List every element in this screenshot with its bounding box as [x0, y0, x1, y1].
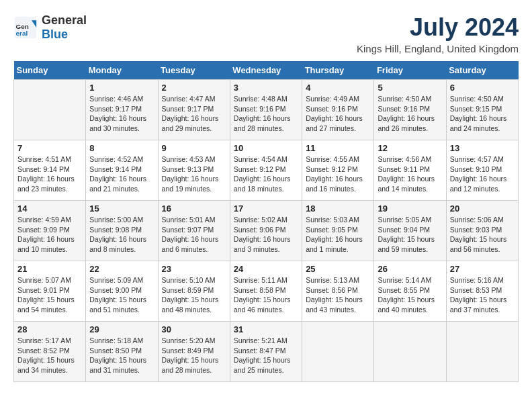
day-info: Sunrise: 4:56 AM Sunset: 9:11 PM Dayligh…	[378, 154, 442, 194]
calendar-cell: 9Sunrise: 4:53 AM Sunset: 9:13 PM Daylig…	[158, 140, 230, 201]
calendar-week-row: 28Sunrise: 5:17 AM Sunset: 8:52 PM Dayli…	[14, 322, 519, 382]
day-info: Sunrise: 5:02 AM Sunset: 9:06 PM Dayligh…	[234, 215, 298, 255]
day-number: 2	[162, 83, 226, 93]
header-thursday: Thursday	[302, 61, 374, 80]
calendar-cell: 1Sunrise: 4:46 AM Sunset: 9:17 PM Daylig…	[86, 80, 158, 140]
logo-blue: Blue	[42, 28, 68, 41]
day-info: Sunrise: 4:59 AM Sunset: 9:09 PM Dayligh…	[17, 215, 82, 255]
day-info: Sunrise: 4:52 AM Sunset: 9:14 PM Dayligh…	[89, 154, 154, 194]
calendar-cell: 12Sunrise: 4:56 AM Sunset: 9:11 PM Dayli…	[374, 140, 446, 201]
day-info: Sunrise: 5:09 AM Sunset: 9:00 PM Dayligh…	[89, 275, 154, 315]
title-block: July 2024 Kings Hill, England, United Ki…	[357, 13, 519, 54]
calendar-cell: 25Sunrise: 5:13 AM Sunset: 8:56 PM Dayli…	[302, 261, 374, 322]
day-info: Sunrise: 5:03 AM Sunset: 9:05 PM Dayligh…	[306, 215, 370, 255]
day-number: 14	[17, 203, 82, 214]
day-number: 7	[17, 143, 82, 153]
logo: Gen eral General Blue	[13, 13, 87, 42]
day-info: Sunrise: 5:00 AM Sunset: 9:08 PM Dayligh…	[89, 215, 154, 255]
day-number: 16	[162, 203, 226, 214]
day-info: Sunrise: 4:51 AM Sunset: 9:14 PM Dayligh…	[17, 154, 82, 194]
calendar-cell: 2Sunrise: 4:47 AM Sunset: 9:17 PM Daylig…	[158, 80, 230, 140]
calendar-cell: 31Sunrise: 5:21 AM Sunset: 8:47 PM Dayli…	[230, 322, 302, 382]
calendar-cell: 18Sunrise: 5:03 AM Sunset: 9:05 PM Dayli…	[302, 201, 374, 261]
day-number: 3	[234, 83, 298, 93]
day-info: Sunrise: 4:50 AM Sunset: 9:16 PM Dayligh…	[378, 94, 442, 134]
day-number: 25	[306, 264, 370, 274]
logo-general: General	[42, 13, 87, 27]
calendar-cell: 7Sunrise: 4:51 AM Sunset: 9:14 PM Daylig…	[14, 140, 86, 201]
day-number: 11	[306, 143, 370, 153]
day-info: Sunrise: 5:21 AM Sunset: 8:47 PM Dayligh…	[234, 336, 298, 375]
day-number: 10	[234, 143, 298, 153]
day-info: Sunrise: 4:54 AM Sunset: 9:12 PM Dayligh…	[234, 154, 298, 194]
svg-text:eral: eral	[16, 30, 28, 37]
calendar-cell	[14, 80, 86, 140]
day-number: 31	[234, 324, 298, 334]
calendar-cell: 22Sunrise: 5:09 AM Sunset: 9:00 PM Dayli…	[86, 261, 158, 322]
header-monday: Monday	[86, 61, 158, 80]
day-info: Sunrise: 5:06 AM Sunset: 9:03 PM Dayligh…	[450, 215, 515, 255]
day-info: Sunrise: 4:55 AM Sunset: 9:12 PM Dayligh…	[306, 154, 370, 194]
day-number: 26	[378, 264, 442, 274]
logo-text: General Blue	[42, 13, 87, 42]
calendar-cell	[302, 322, 374, 382]
day-info: Sunrise: 4:53 AM Sunset: 9:13 PM Dayligh…	[162, 154, 226, 194]
day-info: Sunrise: 5:13 AM Sunset: 8:56 PM Dayligh…	[306, 275, 370, 315]
day-info: Sunrise: 5:16 AM Sunset: 8:53 PM Dayligh…	[450, 275, 515, 315]
calendar-cell: 10Sunrise: 4:54 AM Sunset: 9:12 PM Dayli…	[230, 140, 302, 201]
calendar-cell: 21Sunrise: 5:07 AM Sunset: 9:01 PM Dayli…	[14, 261, 86, 322]
day-info: Sunrise: 5:10 AM Sunset: 8:59 PM Dayligh…	[162, 275, 226, 315]
day-info: Sunrise: 4:47 AM Sunset: 9:17 PM Dayligh…	[162, 94, 226, 134]
logo-icon: Gen eral	[13, 15, 38, 40]
calendar-cell: 17Sunrise: 5:02 AM Sunset: 9:06 PM Dayli…	[230, 201, 302, 261]
calendar-cell: 30Sunrise: 5:20 AM Sunset: 8:49 PM Dayli…	[158, 322, 230, 382]
day-info: Sunrise: 4:46 AM Sunset: 9:17 PM Dayligh…	[89, 94, 154, 134]
day-number: 15	[89, 203, 154, 214]
day-number: 1	[89, 83, 154, 93]
day-info: Sunrise: 5:17 AM Sunset: 8:52 PM Dayligh…	[17, 336, 82, 375]
day-info: Sunrise: 5:07 AM Sunset: 9:01 PM Dayligh…	[17, 275, 82, 315]
calendar-cell: 28Sunrise: 5:17 AM Sunset: 8:52 PM Dayli…	[14, 322, 86, 382]
calendar-cell: 11Sunrise: 4:55 AM Sunset: 9:12 PM Dayli…	[302, 140, 374, 201]
day-number: 12	[378, 143, 442, 153]
day-number: 29	[89, 324, 154, 334]
header-friday: Friday	[374, 61, 446, 80]
calendar-cell: 14Sunrise: 4:59 AM Sunset: 9:09 PM Dayli…	[14, 201, 86, 261]
calendar-week-row: 21Sunrise: 5:07 AM Sunset: 9:01 PM Dayli…	[14, 261, 519, 322]
calendar-cell: 5Sunrise: 4:50 AM Sunset: 9:16 PM Daylig…	[374, 80, 446, 140]
day-number: 19	[378, 203, 442, 214]
calendar-cell: 16Sunrise: 5:01 AM Sunset: 9:07 PM Dayli…	[158, 201, 230, 261]
day-number: 13	[450, 143, 515, 153]
calendar-cell: 3Sunrise: 4:48 AM Sunset: 9:16 PM Daylig…	[230, 80, 302, 140]
day-number: 21	[17, 264, 82, 274]
header-saturday: Saturday	[446, 61, 518, 80]
day-info: Sunrise: 5:11 AM Sunset: 8:58 PM Dayligh…	[234, 275, 298, 315]
calendar-cell: 8Sunrise: 4:52 AM Sunset: 9:14 PM Daylig…	[86, 140, 158, 201]
calendar-cell: 20Sunrise: 5:06 AM Sunset: 9:03 PM Dayli…	[446, 201, 518, 261]
day-info: Sunrise: 5:05 AM Sunset: 9:04 PM Dayligh…	[378, 215, 442, 255]
day-number: 9	[162, 143, 226, 153]
calendar-header-row: SundayMondayTuesdayWednesdayThursdayFrid…	[14, 61, 519, 80]
day-number: 20	[450, 203, 515, 214]
header-tuesday: Tuesday	[158, 61, 230, 80]
day-number: 4	[306, 83, 370, 93]
day-info: Sunrise: 5:14 AM Sunset: 8:55 PM Dayligh…	[378, 275, 442, 315]
day-info: Sunrise: 5:18 AM Sunset: 8:50 PM Dayligh…	[89, 336, 154, 375]
calendar-cell: 29Sunrise: 5:18 AM Sunset: 8:50 PM Dayli…	[86, 322, 158, 382]
day-info: Sunrise: 5:01 AM Sunset: 9:07 PM Dayligh…	[162, 215, 226, 255]
calendar-cell	[446, 322, 518, 382]
day-number: 5	[378, 83, 442, 93]
day-info: Sunrise: 4:48 AM Sunset: 9:16 PM Dayligh…	[234, 94, 298, 134]
day-number: 27	[450, 264, 515, 274]
day-number: 18	[306, 203, 370, 214]
day-number: 24	[234, 264, 298, 274]
page-subtitle: Kings Hill, England, United Kingdom	[357, 43, 519, 54]
calendar-cell: 23Sunrise: 5:10 AM Sunset: 8:59 PM Dayli…	[158, 261, 230, 322]
calendar-table: SundayMondayTuesdayWednesdayThursdayFrid…	[13, 61, 519, 382]
day-info: Sunrise: 5:20 AM Sunset: 8:49 PM Dayligh…	[162, 336, 226, 375]
header-sunday: Sunday	[14, 61, 86, 80]
day-info: Sunrise: 4:57 AM Sunset: 9:10 PM Dayligh…	[450, 154, 515, 194]
day-info: Sunrise: 4:50 AM Sunset: 9:15 PM Dayligh…	[450, 94, 515, 134]
day-number: 30	[162, 324, 226, 334]
calendar-cell: 4Sunrise: 4:49 AM Sunset: 9:16 PM Daylig…	[302, 80, 374, 140]
